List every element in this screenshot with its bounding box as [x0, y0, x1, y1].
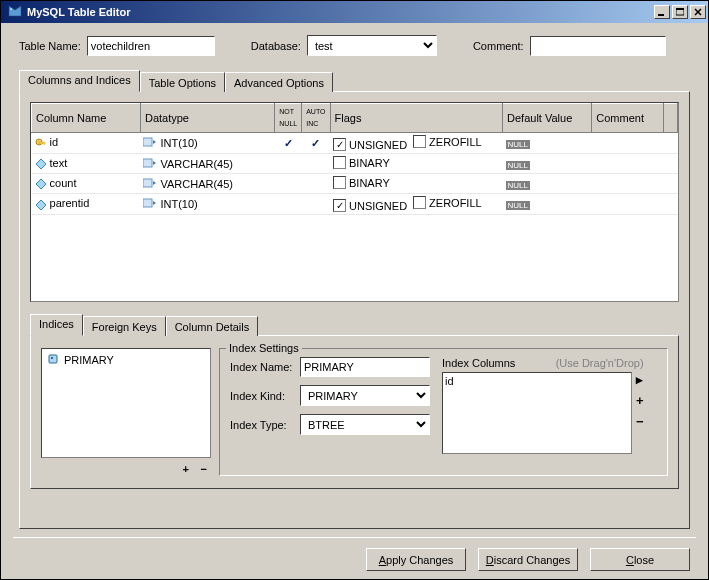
- datatype-icon: [143, 136, 157, 150]
- svg-rect-10: [143, 199, 152, 207]
- svg-point-0: [10, 8, 12, 10]
- apply-changes-button[interactable]: Apply Changes: [366, 548, 466, 571]
- header-row: Table Name: Database: test Comment:: [19, 35, 690, 56]
- discard-changes-button[interactable]: Discard Changes: [478, 548, 578, 571]
- table-name-label: Table Name:: [19, 40, 81, 52]
- tab-column-details[interactable]: Column Details: [166, 316, 259, 336]
- titlebar-title: MySQL Table Editor: [27, 6, 654, 18]
- comment-cell[interactable]: [592, 174, 664, 194]
- default-cell[interactable]: NULL: [503, 154, 592, 174]
- sub-tabs: Indices Foreign Keys Column Details: [30, 314, 679, 336]
- tab-advanced-options[interactable]: Advanced Options: [225, 72, 333, 92]
- table-row[interactable]: idINT(10)✓✓✓UNSIGNEDZEROFILLNULL: [32, 133, 678, 154]
- titlebar: MySQL Table Editor: [1, 1, 708, 23]
- index-list[interactable]: PRIMARY: [41, 348, 211, 458]
- flags-cell[interactable]: BINARY: [330, 174, 503, 194]
- col-header-notnull[interactable]: NOT NULL: [275, 104, 302, 133]
- column-name: count: [50, 177, 77, 189]
- comment-cell[interactable]: [592, 194, 664, 215]
- notnull-cell[interactable]: ✓: [275, 133, 302, 154]
- comment-input[interactable]: [530, 36, 666, 56]
- index-col-move-button[interactable]: ▸: [636, 372, 644, 387]
- app-icon: [7, 4, 23, 20]
- datatype-icon: [143, 157, 157, 171]
- datatype-icon: [143, 177, 157, 191]
- col-header-datatype[interactable]: Datatype: [140, 104, 274, 133]
- default-cell[interactable]: NULL: [503, 194, 592, 215]
- col-header-flags[interactable]: Flags: [330, 104, 503, 133]
- footer-separator: [13, 537, 696, 538]
- comment-label: Comment:: [473, 40, 524, 52]
- tab-foreign-keys[interactable]: Foreign Keys: [83, 316, 166, 336]
- column-icon: [35, 178, 47, 190]
- add-index-button[interactable]: +: [182, 463, 188, 475]
- svg-rect-9: [143, 179, 152, 187]
- autoinc-cell[interactable]: [302, 174, 330, 194]
- column-icon: [35, 158, 47, 170]
- table-row[interactable]: parentidINT(10)✓UNSIGNEDZEROFILLNULL: [32, 194, 678, 215]
- maximize-button[interactable]: [672, 5, 688, 19]
- index-type-select[interactable]: BTREE: [300, 414, 430, 435]
- index-col-add-button[interactable]: +: [636, 393, 644, 408]
- table-name-input[interactable]: [87, 36, 215, 56]
- table-row[interactable]: countVARCHAR(45)BINARYNULL: [32, 174, 678, 194]
- svg-rect-7: [143, 138, 152, 146]
- flags-cell[interactable]: ✓UNSIGNEDZEROFILL: [330, 133, 503, 154]
- comment-cell[interactable]: [592, 154, 664, 174]
- default-cell[interactable]: NULL: [503, 133, 592, 154]
- index-item-primary[interactable]: PRIMARY: [44, 351, 208, 369]
- index-name-label: Index Name:: [230, 361, 300, 373]
- index-column-item[interactable]: id: [445, 375, 629, 387]
- index-col-remove-button[interactable]: −: [636, 414, 644, 429]
- col-header-default[interactable]: Default Value: [503, 104, 592, 133]
- index-kind-label: Index Kind:: [230, 390, 300, 402]
- column-icon: [35, 199, 47, 211]
- autoinc-cell[interactable]: [302, 154, 330, 174]
- comment-cell[interactable]: [592, 133, 664, 154]
- content-area: Table Name: Database: test Comment: Colu…: [1, 23, 708, 537]
- index-item-label: PRIMARY: [64, 354, 114, 366]
- flags-cell[interactable]: ✓UNSIGNEDZEROFILL: [330, 194, 503, 215]
- svg-rect-3: [676, 8, 684, 10]
- datatype-value: INT(10): [160, 198, 197, 210]
- main-tabs: Columns and Indices Table Options Advanc…: [19, 70, 690, 92]
- footer-buttons: Apply Changes Discard Changes Close: [1, 540, 708, 579]
- index-name-input[interactable]: [300, 357, 430, 377]
- database-select[interactable]: test: [307, 35, 437, 56]
- column-name: id: [50, 136, 59, 148]
- index-columns-list[interactable]: id: [442, 372, 632, 454]
- svg-rect-8: [143, 159, 152, 167]
- col-header-autoinc[interactable]: AUTO INC: [302, 104, 330, 133]
- default-cell[interactable]: NULL: [503, 174, 592, 194]
- tab-indices[interactable]: Indices: [30, 314, 83, 336]
- notnull-cell[interactable]: [275, 194, 302, 215]
- close-button[interactable]: [690, 5, 706, 19]
- index-type-label: Index Type:: [230, 419, 300, 431]
- column-name: text: [50, 157, 68, 169]
- autoinc-cell[interactable]: [302, 194, 330, 215]
- flags-cell[interactable]: BINARY: [330, 154, 503, 174]
- col-header-comment[interactable]: Comment: [592, 104, 664, 133]
- remove-index-button[interactable]: −: [201, 463, 207, 475]
- index-kind-select[interactable]: PRIMARY: [300, 385, 430, 406]
- tab-table-options[interactable]: Table Options: [140, 72, 225, 92]
- col-header-name[interactable]: Column Name: [32, 104, 141, 133]
- minimize-button[interactable]: [654, 5, 670, 19]
- svg-rect-1: [658, 14, 664, 16]
- index-icon: [46, 352, 60, 368]
- col-header-spacer: [664, 104, 678, 133]
- datatype-icon: [143, 197, 157, 211]
- tab-pane-indices: PRIMARY + − Index Settings Index Name:: [30, 335, 679, 489]
- index-columns-label: Index Columns: [442, 357, 515, 369]
- close-button-footer[interactable]: Close: [590, 548, 690, 571]
- notnull-cell[interactable]: [275, 154, 302, 174]
- columns-grid[interactable]: Column Name Datatype NOT NULL AUTO INC F…: [30, 102, 679, 302]
- tab-pane-columns: Column Name Datatype NOT NULL AUTO INC F…: [19, 91, 690, 529]
- index-settings-fieldset: Index Settings Index Name: Index Kind: P…: [219, 348, 668, 476]
- autoinc-cell[interactable]: ✓: [302, 133, 330, 154]
- notnull-cell[interactable]: [275, 174, 302, 194]
- table-row[interactable]: textVARCHAR(45)BINARYNULL: [32, 154, 678, 174]
- column-name: parentid: [50, 197, 90, 209]
- tab-columns-indices[interactable]: Columns and Indices: [19, 70, 140, 92]
- titlebar-buttons: [654, 5, 706, 19]
